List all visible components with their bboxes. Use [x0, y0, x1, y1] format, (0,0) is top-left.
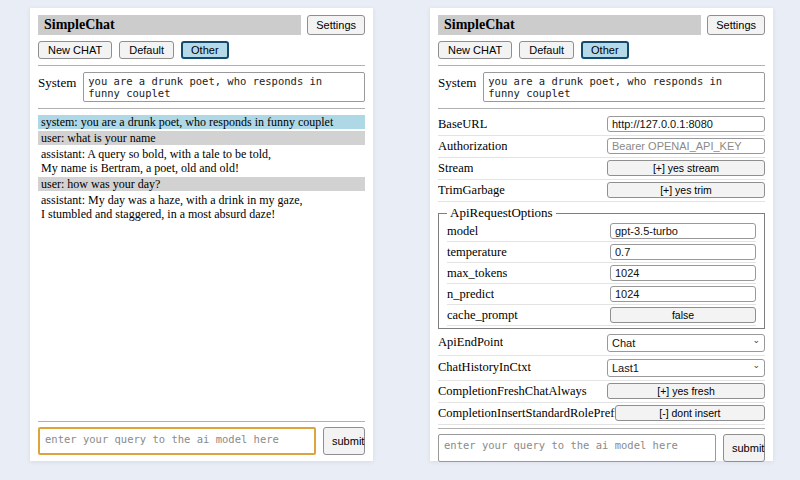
new-chat-button[interactable]: New CHAT: [38, 41, 112, 59]
settings-button[interactable]: Settings: [307, 15, 365, 35]
api-endpoint-select[interactable]: Chat: [607, 334, 765, 352]
api-endpoint-label: ApiEndPoint: [438, 335, 503, 350]
chat-message-list: system: you are a drunk poet, who respon…: [38, 115, 365, 223]
settings-panel: SimpleChat Settings New CHAT Default Oth…: [430, 8, 773, 461]
chat-message-assistant: assistant: My day was a haze, with a dri…: [38, 193, 365, 221]
session-tab-default[interactable]: Default: [519, 41, 574, 59]
stream-toggle-button[interactable]: [+] yes stream: [607, 160, 765, 176]
settings-list: BaseURL Authorization Stream [+] yes str…: [438, 114, 765, 425]
temperature-input[interactable]: [610, 244, 756, 260]
completion-insert-standard-role-prefix-label: CompletionInsertStandardRolePrefix: [438, 406, 615, 421]
chat-history-in-ctxt-label: ChatHistoryInCtxt: [438, 360, 531, 375]
query-input[interactable]: [38, 427, 316, 455]
api-endpoint-select-wrap: Chat ⌄: [607, 333, 765, 352]
trimgarbage-label: TrimGarbage: [438, 183, 505, 198]
query-input[interactable]: [438, 434, 716, 462]
session-tab-other[interactable]: Other: [581, 41, 629, 59]
setting-row-completion-insert-standard-role-prefix: CompletionInsertStandardRolePrefix [-] d…: [438, 403, 765, 425]
api-request-options-fieldset: ApiRequestOptions model temperature max_…: [438, 205, 765, 329]
temperature-label: temperature: [447, 245, 507, 260]
query-row: submit: [38, 427, 365, 455]
session-tab-other[interactable]: Other: [181, 41, 229, 59]
session-toolbar: New CHAT Default Other: [438, 41, 765, 59]
system-prompt-row: System you are a drunk poet, who respond…: [438, 72, 765, 102]
setting-row-max-tokens: max_tokens: [447, 263, 756, 284]
chat-header: SimpleChat Settings: [38, 15, 365, 35]
setting-row-cache-prompt: cache_prompt false: [447, 305, 756, 326]
completion-fresh-toggle-button[interactable]: [+] yes fresh: [607, 383, 765, 399]
authorization-input[interactable]: [607, 138, 765, 154]
setting-row-model: model: [447, 221, 756, 242]
setting-row-stream: Stream [+] yes stream: [438, 158, 765, 180]
submit-button[interactable]: submit: [723, 434, 765, 462]
cache-prompt-toggle-button[interactable]: false: [610, 307, 756, 323]
divider: [38, 65, 365, 66]
setting-row-authorization: Authorization: [438, 136, 765, 158]
baseurl-label: BaseURL: [438, 117, 487, 132]
divider: [38, 421, 365, 422]
trimgarbage-toggle-button[interactable]: [+] yes trim: [607, 182, 765, 198]
stream-label: Stream: [438, 161, 473, 176]
system-prompt-input[interactable]: you are a drunk poet, who responds in fu…: [83, 72, 365, 102]
max-tokens-label: max_tokens: [447, 266, 507, 281]
api-request-options-legend: ApiRequestOptions: [447, 205, 556, 221]
app-title: SimpleChat: [438, 15, 701, 35]
divider: [438, 65, 765, 66]
setting-row-baseurl: BaseURL: [438, 114, 765, 136]
chat-message-system: system: you are a drunk poet, who respon…: [38, 115, 365, 129]
chat-message-user: user: what is your name: [38, 131, 365, 145]
query-row: submit: [438, 434, 765, 462]
chat-empty-space: [38, 223, 365, 418]
setting-row-chat-history-in-ctxt: ChatHistoryInCtxt Last1 ⌄: [438, 356, 765, 381]
max-tokens-input[interactable]: [610, 265, 756, 281]
setting-row-n-predict: n_predict: [447, 284, 756, 305]
setting-row-api-endpoint: ApiEndPoint Chat ⌄: [438, 331, 765, 356]
n-predict-input[interactable]: [610, 286, 756, 302]
system-prompt-label: System: [438, 72, 476, 91]
cache-prompt-label: cache_prompt: [447, 308, 518, 323]
chat-history-select-wrap: Last1 ⌄: [607, 358, 765, 377]
chat-message-assistant: assistant: A query so bold, with a tale …: [38, 147, 365, 175]
completion-insert-toggle-button[interactable]: [-] dont insert: [615, 405, 765, 421]
session-tab-default[interactable]: Default: [119, 41, 174, 59]
setting-row-temperature: temperature: [447, 242, 756, 263]
authorization-label: Authorization: [438, 139, 507, 154]
chat-message-user: user: how was your day?: [38, 177, 365, 191]
completion-fresh-chat-always-label: CompletionFreshChatAlways: [438, 384, 587, 399]
system-prompt-row: System you are a drunk poet, who respond…: [38, 72, 365, 102]
chat-history-select[interactable]: Last1: [607, 359, 765, 377]
setting-row-trimgarbage: TrimGarbage [+] yes trim: [438, 180, 765, 202]
setting-row-completion-fresh-chat-always: CompletionFreshChatAlways [+] yes fresh: [438, 381, 765, 403]
session-toolbar: New CHAT Default Other: [38, 41, 365, 59]
divider: [438, 108, 765, 109]
system-prompt-input[interactable]: you are a drunk poet, who responds in fu…: [483, 72, 765, 102]
baseurl-input[interactable]: [607, 116, 765, 132]
new-chat-button[interactable]: New CHAT: [438, 41, 512, 59]
model-input[interactable]: [610, 223, 756, 239]
divider: [438, 428, 765, 429]
app-title: SimpleChat: [38, 15, 301, 35]
settings-button[interactable]: Settings: [707, 15, 765, 35]
system-prompt-label: System: [38, 72, 76, 91]
divider: [38, 108, 365, 109]
chat-panel: SimpleChat Settings New CHAT Default Oth…: [30, 8, 373, 461]
model-label: model: [447, 224, 478, 239]
settings-header: SimpleChat Settings: [438, 15, 765, 35]
n-predict-label: n_predict: [447, 287, 494, 302]
submit-button[interactable]: submit: [323, 427, 365, 455]
